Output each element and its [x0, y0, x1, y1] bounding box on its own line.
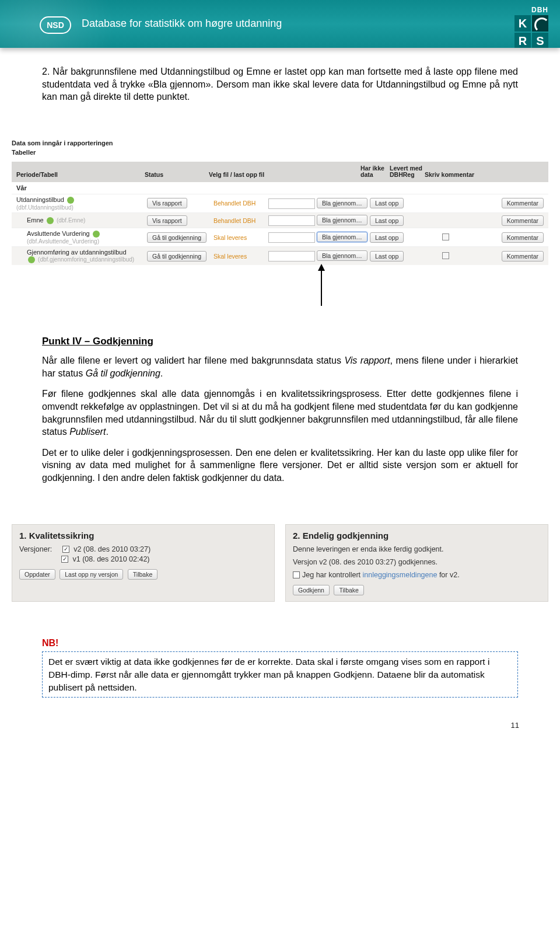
annotation-arrow	[321, 265, 548, 312]
last-opp-button[interactable]: Last opp	[370, 198, 404, 208]
gaa-til-godkjenning-button[interactable]: Gå til godkjenning	[147, 251, 206, 261]
innleggingsmeldingene-link[interactable]: innleggingsmeldingene	[363, 571, 438, 579]
vis-rapport-button[interactable]: Vis rapport	[147, 215, 187, 226]
page-banner: NSD Database for statistikk om høgre utd…	[0, 0, 560, 48]
embedded-panels-screenshot: 1. Kvalitetssikring Versjoner: v2 (08. d…	[0, 524, 560, 602]
panel-line: Jeg har kontrollert	[302, 571, 363, 579]
dbh-kurs-logo: DBH K R S	[514, 6, 548, 48]
paragraph-4: Det er to ulike deler i godkjenningspros…	[42, 447, 518, 484]
row-name: Utdanningstilbud (dbf.Utdanningstilbud)	[16, 196, 145, 211]
status-dot-icon	[28, 256, 35, 263]
version-v2: v2 (08. des 2010 03:27)	[74, 545, 150, 553]
col-harikke: Har ikke data	[360, 165, 390, 179]
panel-title: 1. Kvalitetssikring	[19, 531, 267, 541]
godkjenn-button[interactable]: Godkjenn	[293, 585, 330, 595]
har-ikke-data-checkbox[interactable]	[442, 252, 449, 259]
kurs-r: R	[514, 33, 531, 48]
version-checkbox[interactable]	[61, 556, 68, 563]
paragraph-3: Før filene godkjennes skal alle data gje…	[42, 388, 518, 438]
nsd-logo: NSD	[40, 16, 71, 34]
file-input[interactable]	[268, 198, 315, 209]
tilbake-button[interactable]: Tilbake	[128, 569, 158, 580]
col-levert: Levert med DBHReg	[390, 165, 425, 179]
bla-gjennom-button[interactable]: Bla gjennom…	[317, 198, 368, 208]
kurs-u-icon	[532, 15, 548, 32]
table-row: Emne (dbf.Emne) Vis rapport Behandlet DB…	[12, 212, 548, 228]
table-row: Utdanningstilbud (dbf.Utdanningstilbud) …	[12, 194, 548, 212]
table-row: Avsluttende Vurdering (dbf.Avsluttende_V…	[12, 228, 548, 246]
panel-line: for v2.	[437, 571, 459, 579]
kvalitetssikring-panel: 1. Kvalitetssikring Versjoner: v2 (08. d…	[12, 524, 275, 602]
endelig-godkjenning-panel: 2. Endelig godkjenning Denne leveringen …	[285, 524, 548, 602]
row-name: Gjennomføring av utdanningstilbud (dbf.g…	[16, 249, 145, 263]
vis-rapport-button[interactable]: Vis rapport	[147, 198, 187, 208]
nb-label: NB!	[42, 637, 518, 650]
status-dot-icon	[93, 231, 100, 238]
row-name: Avsluttende Vurdering (dbf.Avsluttende_V…	[16, 230, 145, 245]
panel-title: 2. Endelig godkjenning	[293, 531, 541, 541]
col-velgfil: Velg fil / last opp fil	[209, 172, 360, 179]
kurs-k: K	[514, 15, 531, 32]
dbh-label: DBH	[514, 6, 548, 14]
bla-gjennom-button[interactable]: Bla gjennom…	[317, 250, 368, 261]
banner-title: Database for statistikk om høgre utdanni…	[82, 18, 282, 30]
status-text: Behandlet DBH	[214, 200, 266, 207]
page-number: 11	[0, 721, 560, 734]
status-dot-icon	[67, 197, 74, 204]
kommentar-button[interactable]: Kommentar	[502, 251, 544, 261]
status-text: Skal leveres	[214, 253, 266, 260]
col-periode: Periode/Tabell	[16, 172, 145, 179]
har-ikke-data-checkbox[interactable]	[442, 233, 449, 240]
panel-line: Denne leveringen er enda ikke ferdig god…	[293, 545, 541, 553]
kommentar-button[interactable]: Kommentar	[502, 198, 544, 208]
last-opp-ny-versjon-button[interactable]: Last opp ny versjon	[60, 569, 123, 580]
version-v1: v1 (08. des 2010 02:42)	[72, 555, 149, 563]
status-dot-icon	[47, 217, 54, 224]
table-row: Gjennomføring av utdanningstilbud (dbf.g…	[12, 246, 548, 265]
file-input[interactable]	[268, 232, 315, 243]
file-input[interactable]	[268, 215, 315, 226]
bla-gjennom-button[interactable]: Bla gjennom…	[317, 215, 368, 225]
col-status: Status	[145, 172, 209, 179]
bla-gjennom-button[interactable]: Bla gjennom…	[317, 232, 368, 242]
oppdater-button[interactable]: Oppdater	[19, 569, 55, 580]
status-text: Behandlet DBH	[214, 217, 266, 224]
status-text: Skal leveres	[214, 234, 266, 241]
last-opp-button[interactable]: Last opp	[370, 215, 404, 226]
paragraph-2: Når alle filene er levert og validert ha…	[42, 354, 518, 379]
kommentar-button[interactable]: Kommentar	[502, 232, 544, 243]
row-name: Emne (dbf.Emne)	[16, 217, 145, 224]
gaa-til-godkjenning-button[interactable]: Gå til godkjenning	[147, 232, 206, 243]
version-checkbox[interactable]	[62, 546, 69, 553]
last-opp-button[interactable]: Last opp	[370, 251, 404, 261]
tilbake-button[interactable]: Tilbake	[334, 585, 363, 595]
kurs-s: S	[532, 33, 548, 48]
heading-punkt-iv: Punkt IV – Godkjenning	[42, 335, 518, 348]
table-title: Data som inngår i rapporteringen	[12, 140, 548, 147]
embedded-table-screenshot: Data som inngår i rapporteringen Tabelle…	[0, 140, 560, 312]
table-header-row: Periode/Tabell Status Velg fil / last op…	[12, 162, 548, 182]
nb-highlight-box: Det er svært viktig at data ikke godkjen…	[42, 651, 518, 698]
versjoner-label: Versjoner:	[19, 545, 52, 553]
file-input[interactable]	[268, 251, 315, 261]
table-subtitle: Tabeller	[12, 149, 548, 156]
last-opp-button[interactable]: Last opp	[370, 232, 404, 243]
section-vaar: Vår	[12, 182, 548, 194]
col-kommentar: Skriv kommentar	[425, 172, 544, 179]
kontrollert-checkbox[interactable]	[293, 571, 300, 578]
kommentar-button[interactable]: Kommentar	[502, 215, 544, 226]
paragraph-1: 2. Når bakgrunnsfilene med Utdanningstil…	[42, 65, 518, 103]
panel-line: Versjon v2 (08. des 2010 03:27) godkjenn…	[293, 558, 541, 566]
